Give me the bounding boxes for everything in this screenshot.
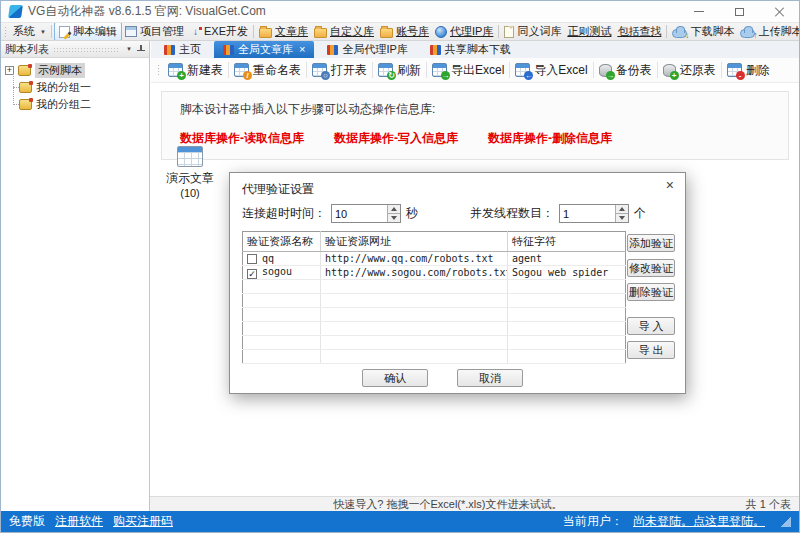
database-icon: → — [599, 64, 612, 77]
spin-down-icon[interactable] — [388, 214, 400, 222]
toolbar-custom-library[interactable]: 自定义库 — [311, 23, 377, 41]
checkbox-checked[interactable]: ✓ — [247, 269, 257, 279]
separator — [498, 25, 499, 38]
minimize-button[interactable] — [679, 1, 719, 22]
cancel-button[interactable]: 取消 — [457, 369, 523, 387]
maximize-icon — [735, 8, 744, 16]
tab-global-article-library[interactable]: 全局文章库 × — [214, 41, 314, 58]
folder-icon — [380, 28, 393, 38]
table-list-item[interactable]: 演示文章 (10) — [159, 146, 221, 199]
script-group-icon — [19, 99, 32, 110]
toolbar-script-edit[interactable]: 脚本编辑 — [54, 23, 122, 41]
toolbar-article-library[interactable]: 文章库 — [256, 23, 311, 41]
script-tree: + 示例脚本 我的分组一 我的分组二 — [1, 58, 149, 113]
info-links: 数据库操作-读取信息库 数据库操作-写入信息库 数据库操作-删除信息库 — [180, 130, 770, 147]
open-table-button[interactable]: ○ 打开表 — [307, 60, 372, 81]
folder-icon — [259, 28, 272, 38]
plus-icon: + — [177, 71, 186, 80]
toolbar-include-find[interactable]: 包括查找 — [614, 23, 664, 41]
import-excel-button[interactable]: ← 导入Excel — [510, 60, 592, 81]
delete-verify-button[interactable]: 删除验证 — [627, 283, 675, 301]
verify-resource-table: 验证资源名称 验证资源网址 特征字符 qq http://www.qq.com/… — [242, 231, 626, 364]
close-button[interactable] — [759, 1, 799, 22]
project-icon — [125, 26, 137, 37]
toolbar-download-script[interactable]: ↓ 下载脚本 — [669, 23, 737, 41]
table-icon: / — [234, 63, 249, 77]
maximize-button[interactable] — [719, 1, 759, 22]
confirm-button[interactable]: 确认 — [362, 369, 428, 387]
new-table-button[interactable]: + 新建表 — [163, 60, 228, 81]
dialog-close-icon[interactable]: × — [666, 178, 674, 192]
toolbar-synonym-library[interactable]: 同义词库 — [501, 23, 564, 41]
menu-system[interactable]: 系统 ▼ — [10, 23, 49, 41]
checkbox-unchecked[interactable] — [247, 254, 257, 264]
backup-table-button[interactable]: → 备份表 — [594, 60, 657, 81]
table-count: 共 1 个表 — [746, 497, 791, 512]
col-header-url[interactable]: 验证资源网址 — [321, 232, 508, 252]
dialog-form-row: 连接超时时间： 10 秒 并发线程数目： 1 个 — [242, 204, 646, 223]
db-delete-link[interactable]: 数据库操作-删除信息库 — [488, 130, 612, 147]
tab-strip: 主页 全局文章库 × 全局代理IP库 共享脚本下载 — [151, 41, 799, 58]
pin-icon[interactable] — [136, 45, 145, 54]
import-button[interactable]: 导 入 — [627, 317, 675, 335]
toolbar-account-library[interactable]: 账号库 — [377, 23, 432, 41]
tree-item-my-group-2[interactable]: 我的分组二 — [19, 96, 149, 113]
timeout-spinner[interactable]: 10 — [331, 204, 401, 223]
delete-table-button[interactable]: - 删除 — [722, 60, 775, 81]
tab-home[interactable]: 主页 — [155, 41, 210, 58]
minus-icon: - — [736, 71, 745, 80]
buy-license-link[interactable]: 购买注册码 — [113, 513, 173, 530]
tree-item-sample-scripts[interactable]: + 示例脚本 — [5, 62, 149, 79]
toolbar-upload-script[interactable]: ↑ 上传脚本 — [737, 23, 799, 41]
tree-item-my-group-1[interactable]: 我的分组一 — [19, 79, 149, 96]
db-read-link[interactable]: 数据库操作-读取信息库 — [180, 130, 304, 147]
cloud-upload-icon: ↑ — [740, 29, 755, 38]
sidebar-header: 脚本列表 ▼ — [1, 41, 150, 58]
toolbar-exe-dev[interactable]: ↓ EXE开发 — [187, 23, 251, 41]
minimize-icon — [694, 11, 704, 12]
refresh-button[interactable]: ↻ 刷新 — [373, 60, 426, 81]
script-edit-icon — [59, 26, 70, 38]
document-icon — [504, 26, 514, 38]
table-row[interactable]: ✓sogou http://www.sogou.com/robots.txt S… — [243, 266, 626, 280]
close-icon — [774, 6, 785, 17]
add-verify-button[interactable]: 添加验证 — [627, 234, 675, 252]
toolbar-regex-test[interactable]: 正则测试 — [564, 23, 614, 41]
spin-down-icon[interactable] — [616, 214, 628, 222]
tab-global-proxy-ip-library[interactable]: 全局代理IP库 — [318, 41, 416, 58]
app-logo-icon — [8, 5, 23, 18]
spin-up-icon[interactable] — [616, 205, 628, 214]
window-title: VG自动化神器 v8.6.1.5 官网: VisualGet.Com — [28, 3, 266, 20]
toolbar-project-manage[interactable]: 项目管理 — [122, 23, 187, 41]
threads-spinner[interactable]: 1 — [559, 204, 629, 223]
table-empty-row — [243, 336, 626, 350]
export-excel-button[interactable]: → 导出Excel — [427, 60, 509, 81]
titlebar: VG自动化神器 v8.6.1.5 官网: VisualGet.Com — [1, 1, 799, 23]
register-software-link[interactable]: 注册软件 — [55, 513, 103, 530]
export-button[interactable]: 导 出 — [627, 341, 675, 359]
window-controls — [679, 1, 799, 22]
chevron-down-icon[interactable]: ▼ — [126, 46, 132, 52]
col-header-feature[interactable]: 特征字符 — [508, 232, 626, 252]
dialog-title: 代理验证设置 — [242, 181, 314, 198]
spinner-buttons — [615, 205, 628, 222]
restore-table-button[interactable]: + 还原表 — [658, 60, 721, 81]
spin-up-icon[interactable] — [388, 205, 400, 214]
toolbar-grip — [4, 26, 8, 38]
login-link[interactable]: 尚未登陆。点这里登陆。 — [633, 513, 765, 530]
table-row[interactable]: qq http://www.qq.com/robots.txt agent — [243, 252, 626, 266]
tab-shared-script-download[interactable]: 共享脚本下载 — [421, 41, 520, 58]
table-empty-row — [243, 322, 626, 336]
toolbar-proxy-ip-library[interactable]: 代理IP库 — [432, 23, 496, 41]
tab-icon — [223, 45, 234, 55]
rename-table-button[interactable]: / 重命名表 — [229, 60, 306, 81]
chevron-down-icon: ▼ — [40, 29, 46, 35]
table-icon: ↻ — [378, 63, 393, 77]
table-empty-row — [243, 280, 626, 294]
modify-verify-button[interactable]: 修改验证 — [627, 259, 675, 277]
globe-icon — [435, 26, 447, 38]
tab-close-icon[interactable]: × — [299, 44, 305, 55]
main-menubar: 系统 ▼ 脚本编辑 项目管理 ↓ EXE开发 文章库 自定义库 账号库 — [1, 23, 799, 41]
db-write-link[interactable]: 数据库操作-写入信息库 — [334, 130, 458, 147]
col-header-name[interactable]: 验证资源名称 — [243, 232, 321, 252]
